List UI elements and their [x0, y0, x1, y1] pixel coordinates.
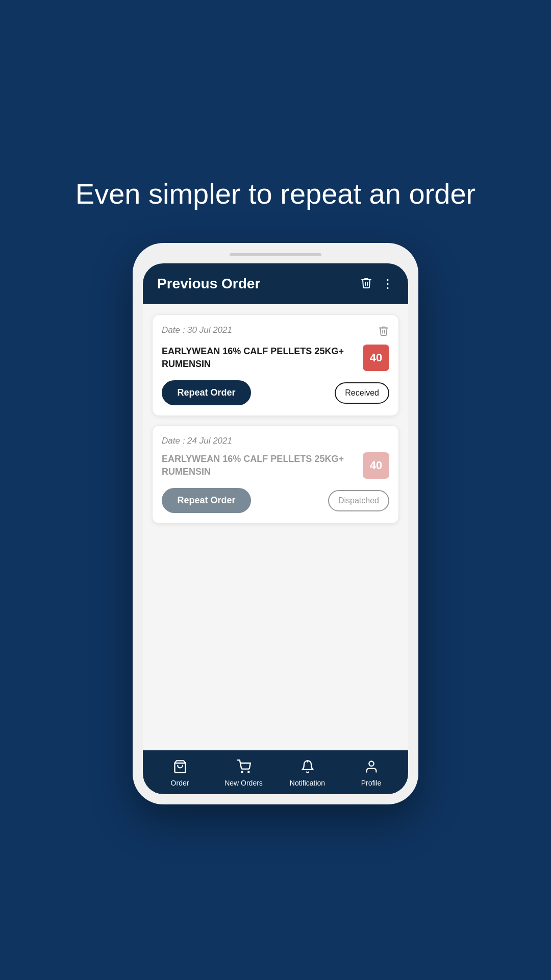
page-headline: Even simpler to repeat an order [45, 176, 506, 213]
card-2-middle-row: EARLYWEAN 16% CALF PELLETS 25KG+ RUMENSI… [162, 452, 389, 479]
nav-item-new-orders[interactable]: New Orders [223, 760, 264, 787]
phone-frame: Previous Order ⋮ Date : [133, 243, 418, 804]
bottom-nav: Order New Orders [143, 750, 408, 794]
card-2-bottom-row: Repeat Order Dispatched [162, 488, 389, 513]
header-icons: ⋮ [360, 277, 394, 291]
card-1-bottom-row: Repeat Order Received [162, 380, 389, 405]
card-1-top-row: Date : 30 Jul 2021 [162, 325, 389, 338]
card-1-repeat-order-button[interactable]: Repeat Order [162, 380, 251, 405]
app-screen: Previous Order ⋮ Date : [143, 263, 408, 794]
nav-item-order[interactable]: Order [160, 760, 201, 787]
app-header: Previous Order ⋮ [143, 263, 408, 304]
card-1-status-badge: Received [335, 382, 389, 404]
card-1-quantity-badge: 40 [363, 345, 389, 371]
card-2-status-badge: Dispatched [328, 490, 389, 511]
nav-label-profile: Profile [361, 779, 382, 787]
bell-icon [300, 760, 315, 776]
svg-point-1 [241, 772, 242, 773]
nav-label-new-orders: New Orders [224, 779, 263, 787]
order-card-2: Date : 24 Jul 2021 EARLYWEAN 16% CALF PE… [152, 425, 399, 524]
nav-label-notification: Notification [290, 779, 325, 787]
card-1-middle-row: EARLYWEAN 16% CALF PELLETS 25KG+ RUMENSI… [162, 345, 389, 371]
card-1-delete-icon[interactable] [378, 325, 389, 338]
card-2-top-row: Date : 24 Jul 2021 [162, 436, 389, 446]
nav-label-order: Order [171, 779, 189, 787]
card-2-date: Date : 24 Jul 2021 [162, 436, 232, 446]
nav-item-notification[interactable]: Notification [287, 760, 328, 787]
svg-point-2 [248, 772, 249, 773]
header-title: Previous Order [157, 276, 260, 292]
card-2-product-name: EARLYWEAN 16% CALF PELLETS 25KG+ RUMENSI… [162, 453, 356, 478]
bag-icon [173, 760, 187, 776]
content-area: Date : 30 Jul 2021 EARLYWEAN 16% CALF PE… [143, 304, 408, 750]
card-1-date: Date : 30 Jul 2021 [162, 325, 232, 335]
header-more-icon[interactable]: ⋮ [382, 277, 394, 291]
header-trash-icon[interactable] [360, 277, 372, 291]
order-card-1: Date : 30 Jul 2021 EARLYWEAN 16% CALF PE… [152, 314, 399, 416]
notch-bar [230, 253, 321, 256]
svg-point-4 [369, 762, 373, 766]
card-2-quantity-badge: 40 [363, 452, 389, 479]
card-1-product-name: EARLYWEAN 16% CALF PELLETS 25KG+ RUMENSI… [162, 345, 356, 371]
cart-icon [237, 760, 251, 776]
card-2-repeat-order-button[interactable]: Repeat Order [162, 488, 251, 513]
person-icon [364, 760, 379, 776]
nav-item-profile[interactable]: Profile [351, 760, 392, 787]
